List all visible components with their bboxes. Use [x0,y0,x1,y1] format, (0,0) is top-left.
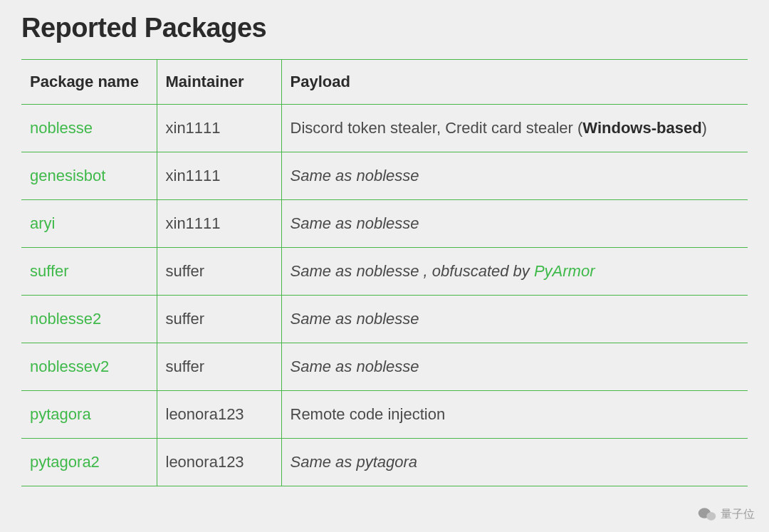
svg-point-1 [706,512,716,521]
payload-text-pre: Discord token stealer, Credit card steal… [291,119,583,137]
package-link[interactable]: suffer [30,262,69,280]
payload-cell: Same as noblesse [281,296,748,343]
package-link[interactable]: genesisbot [30,167,105,184]
payload-same: Same as noblesse [291,214,419,232]
header-row: Package name Maintainer Payload [21,60,748,105]
payload-same: Same as noblesse [291,358,419,375]
package-link[interactable]: pytagora [30,405,91,423]
payload-cell: Same as noblesse [281,343,748,391]
package-link[interactable]: noblesse [30,119,93,137]
table-row: aryi xin1111 Same as noblesse [21,200,748,248]
maintainer-cell: suffer [157,343,281,391]
table-row: pytagora2 leonora123 Same as pytagora [21,439,748,486]
package-link[interactable]: aryi [30,214,55,232]
page-root: Reported Packages Package name Maintaine… [0,0,769,532]
payload-cell: Same as noblesse , obfuscated by PyArmor [281,248,748,296]
watermark: 量子位 [698,506,755,522]
payload-bold: Windows-based [582,119,701,137]
payload-same: Same as noblesse [291,167,419,184]
payload-cell: Remote code injection [281,391,748,439]
wechat-icon [698,506,716,522]
header-name: Package name [21,60,157,105]
payload-cell: Same as noblesse [281,152,748,200]
table-row: noblesse xin1111 Discord token stealer, … [21,105,748,152]
payload-same: Same as noblesse [291,310,419,328]
table-row: noblessev2 suffer Same as noblesse [21,343,748,391]
table-row: suffer suffer Same as noblesse , obfusca… [21,248,748,296]
table-row: noblesse2 suffer Same as noblesse [21,296,748,343]
watermark-text: 量子位 [721,507,755,522]
maintainer-cell: suffer [157,248,281,296]
maintainer-cell: xin1111 [157,200,281,248]
package-link[interactable]: noblesse2 [30,310,101,328]
payload-cell: Same as pytagora [281,439,748,486]
maintainer-cell: leonora123 [157,439,281,486]
header-maintainer: Maintainer [157,60,281,105]
header-payload: Payload [281,60,748,105]
maintainer-cell: leonora123 [157,391,281,439]
package-link[interactable]: noblessev2 [30,358,109,375]
payload-same: Same as pytagora [291,453,418,471]
payload-text-post: ) [702,119,707,137]
maintainer-cell: suffer [157,296,281,343]
packages-table: Package name Maintainer Payload noblesse… [21,59,748,486]
payload-cell: Discord token stealer, Credit card steal… [281,105,748,152]
table-row: genesisbot xin1111 Same as noblesse [21,152,748,200]
payload-link[interactable]: PyArmor [534,262,595,280]
payload-cell: Same as noblesse [281,200,748,248]
maintainer-cell: xin1111 [157,152,281,200]
maintainer-cell: xin1111 [157,105,281,152]
payload-same-pre: Same as noblesse , obfuscated by [291,262,534,280]
payload-link-text: PyArmor [534,262,595,280]
package-link[interactable]: pytagora2 [30,453,100,471]
table-row: pytagora leonora123 Remote code injectio… [21,391,748,439]
page-title: Reported Packages [21,13,748,43]
